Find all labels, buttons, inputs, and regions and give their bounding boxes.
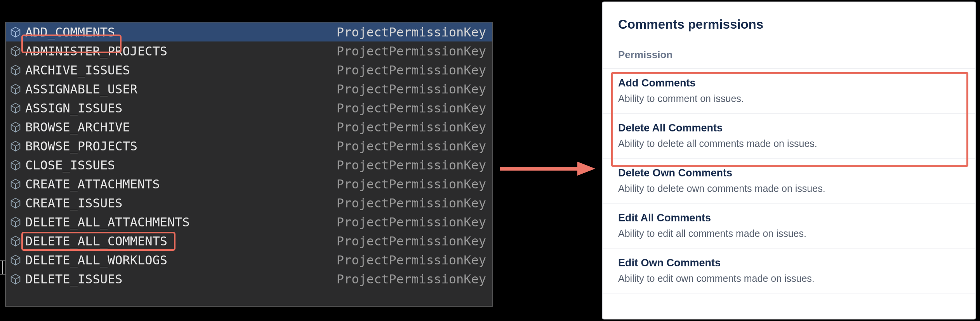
- permission-row[interactable]: Edit Own Comments Ability to edit own co…: [603, 249, 975, 293]
- cube-icon: [10, 273, 21, 285]
- autocomplete-item-name: BROWSE_PROJECTS: [25, 139, 137, 154]
- cube-icon: [10, 216, 21, 228]
- permission-name: Delete Own Comments: [618, 167, 960, 179]
- autocomplete-item[interactable]: DELETE_ALL_COMMENTS ProjectPermissionKey: [6, 231, 492, 250]
- autocomplete-item[interactable]: BROWSE_ARCHIVE ProjectPermissionKey: [6, 117, 492, 136]
- diagram-stage: ADD_COMMENTS ProjectPermissionKey ADMINI…: [0, 0, 980, 321]
- permission-desc: Ability to comment on issues.: [618, 93, 960, 104]
- cube-icon: [10, 178, 21, 190]
- autocomplete-popup[interactable]: ADD_COMMENTS ProjectPermissionKey ADMINI…: [5, 22, 493, 307]
- autocomplete-item[interactable]: CLOSE_ISSUES ProjectPermissionKey: [6, 155, 492, 174]
- cube-icon: [10, 197, 21, 209]
- cube-icon: [10, 83, 21, 95]
- autocomplete-item-name: BROWSE_ARCHIVE: [25, 120, 130, 135]
- permission-name: Edit Own Comments: [618, 257, 960, 269]
- autocomplete-item-type: ProjectPermissionKey: [337, 272, 488, 286]
- autocomplete-item-type: ProjectPermissionKey: [337, 25, 488, 40]
- autocomplete-item[interactable]: DELETE_ALL_ATTACHMENTS ProjectPermission…: [6, 212, 492, 231]
- arrow-icon: [500, 161, 595, 176]
- permission-name: Edit All Comments: [618, 212, 960, 224]
- autocomplete-item-type: ProjectPermissionKey: [337, 253, 488, 268]
- autocomplete-item-type: ProjectPermissionKey: [337, 101, 488, 116]
- permission-desc: Ability to edit own comments made on iss…: [618, 273, 960, 284]
- autocomplete-item-name: ARCHIVE_ISSUES: [25, 63, 130, 78]
- svg-marker-1: [577, 162, 595, 176]
- permission-name: Delete All Comments: [618, 122, 960, 134]
- autocomplete-item-type: ProjectPermissionKey: [337, 44, 488, 59]
- autocomplete-item[interactable]: ARCHIVE_ISSUES ProjectPermissionKey: [6, 60, 492, 79]
- permission-row[interactable]: Delete All Comments Ability to delete al…: [603, 114, 975, 159]
- autocomplete-item-name: DELETE_ALL_WORKLOGS: [25, 253, 167, 268]
- permission-name: Add Comments: [618, 77, 960, 89]
- cube-icon: [10, 121, 21, 133]
- cube-icon: [10, 64, 21, 76]
- autocomplete-item-name: CREATE_ISSUES: [25, 196, 122, 211]
- cube-icon: [10, 140, 21, 152]
- cube-icon: [10, 45, 21, 57]
- autocomplete-item-type: ProjectPermissionKey: [337, 82, 488, 97]
- autocomplete-item-type: ProjectPermissionKey: [337, 158, 488, 173]
- autocomplete-item-name: CREATE_ATTACHMENTS: [25, 177, 160, 192]
- autocomplete-item-type: ProjectPermissionKey: [337, 120, 488, 135]
- text-cursor-icon: [0, 261, 5, 274]
- autocomplete-item-type: ProjectPermissionKey: [337, 139, 488, 154]
- autocomplete-item-name: DELETE_ISSUES: [25, 272, 122, 286]
- cube-icon: [10, 254, 21, 266]
- autocomplete-item-type: ProjectPermissionKey: [337, 234, 488, 249]
- autocomplete-item-type: ProjectPermissionKey: [337, 177, 488, 192]
- autocomplete-item[interactable]: CREATE_ATTACHMENTS ProjectPermissionKey: [6, 174, 492, 193]
- autocomplete-item-name: CLOSE_ISSUES: [25, 158, 115, 173]
- autocomplete-item-name: DELETE_ALL_COMMENTS: [25, 234, 167, 249]
- autocomplete-item[interactable]: DELETE_ISSUES ProjectPermissionKey: [6, 269, 492, 288]
- autocomplete-item-name: ASSIGN_ISSUES: [25, 101, 122, 116]
- autocomplete-item[interactable]: BROWSE_PROJECTS ProjectPermissionKey: [6, 136, 492, 155]
- autocomplete-item-name: ASSIGNABLE_USER: [25, 82, 137, 97]
- autocomplete-item-name: ADD_COMMENTS: [25, 25, 115, 40]
- autocomplete-item[interactable]: DELETE_ALL_WORKLOGS ProjectPermissionKey: [6, 250, 492, 269]
- autocomplete-item[interactable]: ASSIGNABLE_USER ProjectPermissionKey: [6, 79, 492, 98]
- permission-desc: Ability to delete all comments made on i…: [618, 138, 960, 149]
- cube-icon: [10, 235, 21, 247]
- autocomplete-item[interactable]: ADD_COMMENTS ProjectPermissionKey: [6, 22, 492, 41]
- autocomplete-item[interactable]: CREATE_ISSUES ProjectPermissionKey: [6, 193, 492, 212]
- permission-desc: Ability to edit all comments made on iss…: [618, 228, 960, 239]
- permission-row[interactable]: Delete Own Comments Ability to delete ow…: [603, 159, 975, 204]
- autocomplete-item[interactable]: ASSIGN_ISSUES ProjectPermissionKey: [6, 98, 492, 117]
- permission-desc: Ability to delete own comments made on i…: [618, 183, 960, 194]
- autocomplete-item-type: ProjectPermissionKey: [337, 63, 488, 78]
- autocomplete-item-type: ProjectPermissionKey: [337, 196, 488, 211]
- cube-icon: [10, 102, 21, 114]
- cube-icon: [10, 159, 21, 171]
- autocomplete-item-name: DELETE_ALL_ATTACHMENTS: [25, 215, 190, 230]
- autocomplete-item-type: ProjectPermissionKey: [337, 215, 488, 230]
- permissions-panel: Comments permissions Permission Add Comm…: [602, 2, 976, 319]
- cube-icon: [10, 26, 21, 38]
- autocomplete-item-name: ADMINISTER_PROJECTS: [25, 44, 167, 59]
- permission-row[interactable]: Edit All Comments Ability to edit all co…: [603, 204, 975, 249]
- permissions-panel-title: Comments permissions: [603, 2, 975, 42]
- permissions-column-header: Permission: [603, 42, 975, 69]
- autocomplete-item[interactable]: ADMINISTER_PROJECTS ProjectPermissionKey: [6, 41, 492, 60]
- permission-row[interactable]: Add Comments Ability to comment on issue…: [603, 69, 975, 114]
